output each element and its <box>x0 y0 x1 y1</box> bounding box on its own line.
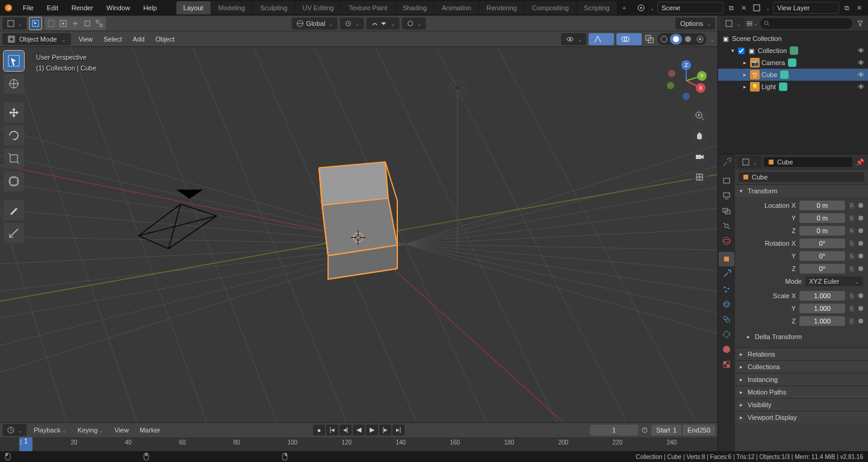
property-field[interactable]: 1.000 <box>799 291 845 301</box>
shading-wireframe-icon[interactable] <box>658 34 670 45</box>
menu-select[interactable]: Select <box>100 34 126 45</box>
prop-tab-particles[interactable] <box>719 282 734 296</box>
section-viewport-display[interactable]: Viewport Display <box>735 411 868 423</box>
prop-tab-physics[interactable] <box>719 297 734 311</box>
collection-checkbox[interactable] <box>738 48 745 54</box>
gizmo-btn-1[interactable] <box>45 17 57 30</box>
prop-tab-output[interactable] <box>719 189 734 203</box>
tree-collection[interactable]: ▾ ▣ Collection 👁 <box>718 45 868 57</box>
outliner-display-mode[interactable] <box>721 17 745 30</box>
transform-orientation-dropdown[interactable]: Global <box>292 17 338 30</box>
shading-options-chev[interactable] <box>709 36 715 43</box>
proportional-edit-dropdown[interactable] <box>401 17 426 30</box>
section-relations[interactable]: Relations <box>735 348 868 360</box>
gizmo-btn-3[interactable] <box>69 17 81 30</box>
keyframe-dot-icon[interactable] <box>858 254 863 258</box>
tool-select-box[interactable] <box>4 51 24 71</box>
tree-item-camera[interactable]: ▸ 📷 Camera 👁 <box>718 57 868 69</box>
property-field[interactable]: 1.000 <box>799 304 845 313</box>
prop-tab-data[interactable] <box>719 327 734 342</box>
tree-scene-collection[interactable]: ▣ Scene Collection <box>718 33 868 45</box>
section-motion-paths[interactable]: Motion Paths <box>735 386 868 398</box>
prop-tab-constraints[interactable] <box>719 312 734 326</box>
prop-tab-tool[interactable] <box>719 155 734 170</box>
menu-help[interactable]: Help <box>137 2 163 14</box>
layer-browse-chev[interactable] <box>764 4 770 11</box>
menu-edit[interactable]: Edit <box>41 2 64 14</box>
layer-delete-icon[interactable]: ✕ <box>854 2 864 13</box>
tree-item-cube[interactable]: ▸ ▽ Cube 👁 <box>718 69 868 81</box>
nav-gizmo[interactable]: X Y Z <box>665 59 708 102</box>
view-layer-field[interactable]: View Layer <box>773 2 839 14</box>
interaction-mode-dropdown[interactable]: Object Mode <box>2 33 71 45</box>
property-field[interactable]: 1.000 <box>799 316 845 326</box>
keyframe-dot-icon[interactable] <box>858 241 863 246</box>
menu-add[interactable]: Add <box>129 34 149 45</box>
object-name-field[interactable]: Cube <box>739 172 864 182</box>
menu-window[interactable]: Window <box>101 2 136 14</box>
prop-tab-texture[interactable] <box>719 357 734 372</box>
keyframe-prev-icon[interactable]: ◂| <box>339 425 352 435</box>
lock-icon[interactable]: ⎘ <box>848 292 856 299</box>
tool-measure[interactable] <box>4 223 24 243</box>
menu-object[interactable]: Object <box>152 34 178 45</box>
section-transform[interactable]: Transform <box>735 185 868 197</box>
tab-sculpting[interactable]: Sculpting <box>253 1 294 14</box>
section-instancing[interactable]: Instancing <box>735 373 868 386</box>
keyframe-dot-icon[interactable] <box>858 319 863 323</box>
lock-icon[interactable]: ⎘ <box>848 227 856 234</box>
timeline-editor-dropdown[interactable] <box>2 424 26 436</box>
play-icon[interactable]: ▶ <box>366 425 378 435</box>
lock-icon[interactable]: ⎘ <box>848 214 856 222</box>
play-reverse-icon[interactable]: ◀ <box>353 425 365 435</box>
nav-zoom-icon[interactable] <box>691 107 708 124</box>
lock-icon[interactable]: ⎘ <box>848 265 856 272</box>
property-field[interactable]: 0 m <box>799 226 845 236</box>
tab-animation[interactable]: Animation <box>435 1 479 14</box>
scene-delete-icon[interactable]: ✕ <box>738 2 749 13</box>
outliner-filter-icon[interactable] <box>855 18 866 29</box>
keyframe-dot-icon[interactable] <box>858 203 863 208</box>
visibility-eye-icon[interactable]: 👁 <box>858 47 864 54</box>
editor-type-dropdown[interactable] <box>2 17 26 30</box>
gizmos-toggle[interactable] <box>589 33 614 45</box>
layer-copy-icon[interactable]: ⧉ <box>842 2 852 13</box>
lock-icon[interactable]: ⎘ <box>848 317 856 325</box>
visibility-dropdown[interactable] <box>561 33 586 45</box>
tab-uv-editing[interactable]: UV Editing <box>295 1 341 14</box>
tool-annotate[interactable] <box>4 200 24 220</box>
tab-texture-paint[interactable]: Texture Paint <box>341 1 394 14</box>
tool-scale[interactable] <box>4 148 24 169</box>
tab-layout[interactable]: Layout <box>176 1 211 14</box>
keyframe-dot-icon[interactable] <box>858 228 863 233</box>
section-delta-transform[interactable]: Delta Transform <box>740 331 863 343</box>
end-frame-field[interactable]: End250 <box>683 425 715 435</box>
menu-view[interactable]: View <box>75 34 96 45</box>
outliner-view-filter[interactable]: ▤ <box>747 18 758 29</box>
scene-browse-chev[interactable] <box>649 4 655 11</box>
jump-end-icon[interactable]: ▸| <box>392 425 405 435</box>
scene-name-field[interactable]: Scene <box>657 2 724 14</box>
gizmo-btn-5[interactable] <box>93 17 105 30</box>
property-field[interactable]: 0 m <box>799 213 845 223</box>
property-field[interactable]: 0° <box>799 264 845 273</box>
tool-transform[interactable] <box>4 171 24 192</box>
keyframe-dot-icon[interactable] <box>858 306 863 311</box>
layer-browse-icon[interactable] <box>751 2 762 13</box>
overlays-toggle[interactable] <box>616 33 642 45</box>
shading-rendered-icon[interactable] <box>694 34 706 45</box>
property-field[interactable]: 0° <box>799 251 845 261</box>
current-frame-field[interactable]: 1 <box>590 425 638 435</box>
options-dropdown[interactable]: Options <box>675 17 715 30</box>
tool-rotate[interactable] <box>4 125 24 146</box>
gizmo-btn-2[interactable] <box>57 17 69 30</box>
visibility-eye-icon[interactable]: 👁 <box>858 59 864 66</box>
xray-toggle-icon[interactable] <box>644 34 655 45</box>
scene-copy-icon[interactable]: ⧉ <box>726 2 737 13</box>
tab-shading[interactable]: Shading <box>395 1 434 14</box>
keyframe-dot-icon[interactable] <box>858 266 863 271</box>
property-field[interactable]: 0° <box>799 239 845 248</box>
gizmo-btn-4[interactable] <box>81 17 93 30</box>
shading-material-icon[interactable] <box>682 34 694 45</box>
section-collections[interactable]: Collections <box>735 361 868 373</box>
